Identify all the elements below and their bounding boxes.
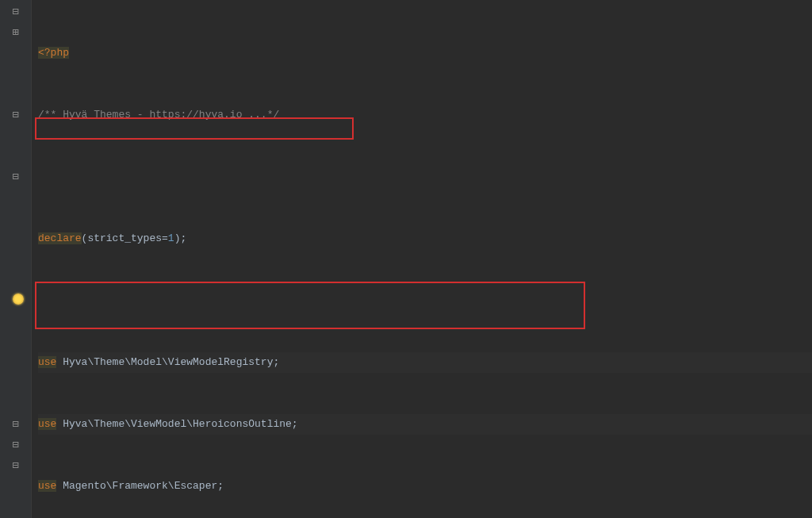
gutter-row: [0, 187, 31, 208]
gutter-row: ⊟: [0, 105, 31, 125]
fold-icon[interactable]: ⊟: [12, 459, 18, 472]
code-editor: ⊟ ⊞ ⊟ ⊟ ⊟ ⊟ ⊟ <?php /** Hyvä Themes - ht…: [0, 0, 812, 518]
fold-icon[interactable]: ⊟: [12, 439, 18, 451]
gutter-row: [0, 476, 31, 497]
code-line: [38, 290, 812, 311]
gutter-row: ⊟: [0, 167, 31, 187]
gutter-row: ⊟: [0, 435, 31, 455]
doc-comment: /** Hyvä Themes - https://hyva.io ...*/: [38, 109, 279, 121]
gutter-row: [0, 146, 31, 167]
gutter-row: [0, 125, 31, 146]
gutter-row: ⊞: [0, 22, 31, 43]
code-line: use Hyva\Theme\Model\ViewModelRegistry;: [38, 352, 812, 373]
php-open: <?php: [38, 47, 69, 59]
fold-icon[interactable]: ⊟: [12, 6, 18, 18]
lightbulb-icon[interactable]: [13, 294, 24, 305]
gutter-row: ⊟: [0, 414, 31, 435]
gutter-row: [0, 270, 31, 290]
namespace: Hyva\Theme\Model\ViewModelRegistry;: [56, 356, 279, 368]
gutter-row: [0, 393, 31, 414]
keyword: declare: [38, 232, 82, 244]
code-line: <?php: [38, 43, 812, 63]
code-line: declare(strict_types=1);: [38, 228, 812, 249]
gutter-row: [0, 63, 31, 84]
text: );: [174, 232, 187, 244]
namespace: Hyva\Theme\ViewModel\HeroiconsOutline;: [56, 418, 297, 430]
text: (strict_types=: [82, 232, 168, 244]
gutter-row: [0, 311, 31, 332]
gutter-row: [0, 373, 31, 393]
gutter-row: [0, 84, 31, 105]
code-line: /** Hyvä Themes - https://hyva.io ...*/: [38, 105, 812, 125]
gutter-row: ⊟: [0, 455, 31, 476]
code-line: [38, 167, 812, 187]
number: 1: [168, 232, 174, 244]
code-line: use Hyva\Theme\ViewModel\HeroiconsOutlin…: [38, 414, 812, 435]
gutter-row: [0, 43, 31, 63]
fold-icon[interactable]: ⊞: [12, 26, 18, 39]
gutter: ⊟ ⊞ ⊟ ⊟ ⊟ ⊟ ⊟: [0, 0, 32, 518]
gutter-row: ⊟: [0, 2, 31, 22]
gutter-row: [0, 497, 31, 517]
gutter-row: [0, 352, 31, 373]
gutter-row: [0, 332, 31, 352]
keyword: use: [38, 480, 56, 492]
namespace: Magento\Framework\Escaper;: [56, 480, 224, 492]
fold-icon[interactable]: ⊟: [12, 171, 18, 183]
gutter-row: [0, 249, 31, 270]
gutter-row: [0, 208, 31, 228]
keyword: use: [38, 418, 56, 430]
gutter-row: [0, 228, 31, 249]
fold-icon[interactable]: ⊟: [12, 418, 18, 431]
fold-icon[interactable]: ⊟: [12, 109, 18, 121]
code-area[interactable]: <?php /** Hyvä Themes - https://hyva.io …: [32, 0, 812, 518]
keyword: use: [38, 356, 56, 368]
code-line: use Magento\Framework\Escaper;: [38, 476, 812, 497]
